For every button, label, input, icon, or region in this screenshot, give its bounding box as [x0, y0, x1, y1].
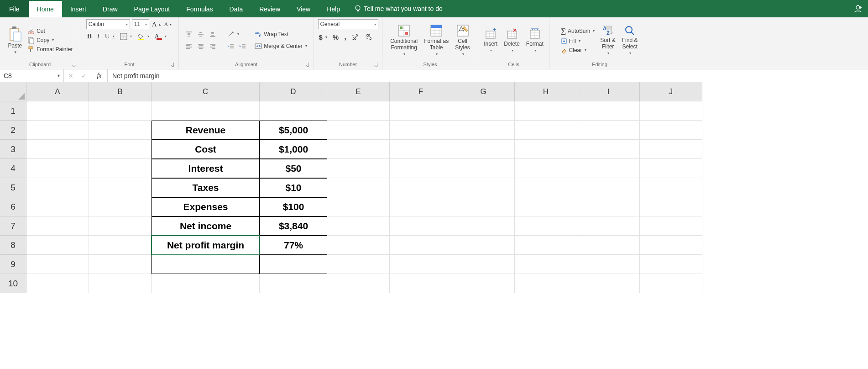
- decrease-decimal-button[interactable]: .00→.0: [365, 33, 375, 41]
- underline-button[interactable]: U▾: [104, 32, 115, 41]
- cell-A8[interactable]: [26, 236, 89, 255]
- col-header-D[interactable]: D: [260, 82, 327, 101]
- col-header-I[interactable]: I: [577, 82, 640, 101]
- cell-E9[interactable]: [327, 255, 390, 274]
- cell-G4[interactable]: [452, 159, 515, 178]
- cell-H2[interactable]: [515, 121, 577, 140]
- cell-D6[interactable]: $100: [260, 197, 327, 216]
- row-header-8[interactable]: 8: [0, 236, 26, 255]
- row-header-9[interactable]: 9: [0, 255, 26, 274]
- cell-I2[interactable]: [577, 121, 640, 140]
- cell-C3[interactable]: Cost: [152, 140, 260, 159]
- tab-help[interactable]: Help: [319, 0, 348, 17]
- number-format-select[interactable]: General ▾: [318, 19, 378, 29]
- col-header-B[interactable]: B: [89, 82, 152, 101]
- dialog-launcher-icon[interactable]: [373, 63, 377, 67]
- align-center-button[interactable]: [196, 42, 205, 50]
- row-header-2[interactable]: 2: [0, 121, 26, 140]
- row-header-1[interactable]: 1: [0, 101, 26, 121]
- tab-insert[interactable]: Insert: [62, 0, 94, 17]
- row-header-6[interactable]: 6: [0, 197, 26, 216]
- cell-G3[interactable]: [452, 140, 515, 159]
- cell-C9[interactable]: [152, 255, 260, 274]
- cell-C1[interactable]: [152, 101, 260, 121]
- cell-A9[interactable]: [26, 255, 89, 274]
- cell-G7[interactable]: [452, 216, 515, 236]
- delete-cells-button[interactable]: Delete▾: [502, 27, 522, 53]
- cell-A4[interactable]: [26, 159, 89, 178]
- align-middle-button[interactable]: [196, 30, 205, 38]
- cell-E5[interactable]: [327, 178, 390, 197]
- col-header-H[interactable]: H: [515, 82, 577, 101]
- cell-D10[interactable]: [260, 274, 327, 293]
- dialog-launcher-icon[interactable]: [169, 63, 174, 67]
- cell-H3[interactable]: [515, 140, 577, 159]
- cell-I6[interactable]: [577, 197, 640, 216]
- cell-C8[interactable]: Net profit margin: [152, 236, 260, 255]
- row-header-5[interactable]: 5: [0, 178, 26, 197]
- merge-center-button[interactable]: Merge & Center ▾: [254, 42, 308, 50]
- cell-J4[interactable]: [640, 159, 702, 178]
- cell-J2[interactable]: [640, 121, 702, 140]
- cell-J1[interactable]: [640, 101, 702, 121]
- cell-J10[interactable]: [640, 274, 702, 293]
- cell-F10[interactable]: [390, 274, 452, 293]
- cell-J6[interactable]: [640, 197, 702, 216]
- name-box[interactable]: C8 ▼: [0, 69, 64, 82]
- cell-C5[interactable]: Taxes: [152, 178, 260, 197]
- cell-E4[interactable]: [327, 159, 390, 178]
- cell-B4[interactable]: [89, 159, 152, 178]
- cell-I4[interactable]: [577, 159, 640, 178]
- cell-G5[interactable]: [452, 178, 515, 197]
- font-size-select[interactable]: 11 ▾: [132, 19, 149, 29]
- cell-F8[interactable]: [390, 236, 452, 255]
- font-name-select[interactable]: Calibri ▾: [86, 19, 130, 29]
- cell-I3[interactable]: [577, 140, 640, 159]
- align-left-button[interactable]: [184, 42, 193, 50]
- cell-D1[interactable]: [260, 101, 327, 121]
- cell-D7[interactable]: $3,840: [260, 216, 327, 236]
- cell-J5[interactable]: [640, 178, 702, 197]
- enter-formula-icon[interactable]: ✓: [81, 72, 87, 79]
- col-header-J[interactable]: J: [640, 82, 702, 101]
- cell-E10[interactable]: [327, 274, 390, 293]
- cell-B8[interactable]: [89, 236, 152, 255]
- cell-H8[interactable]: [515, 236, 577, 255]
- conditional-formatting-button[interactable]: Conditional Formatting▾: [388, 24, 419, 56]
- cell-F6[interactable]: [390, 197, 452, 216]
- format-painter-button[interactable]: Format Painter: [26, 45, 73, 53]
- orientation-button[interactable]: ▾: [226, 30, 240, 38]
- cell-A3[interactable]: [26, 140, 89, 159]
- cell-J3[interactable]: [640, 140, 702, 159]
- cell-G1[interactable]: [452, 101, 515, 121]
- cell-D9[interactable]: [260, 255, 327, 274]
- cell-H6[interactable]: [515, 197, 577, 216]
- cell-G6[interactable]: [452, 197, 515, 216]
- cell-C10[interactable]: [152, 274, 260, 293]
- row-header-3[interactable]: 3: [0, 140, 26, 159]
- col-header-G[interactable]: G: [452, 82, 515, 101]
- fill-color-button[interactable]: ▾: [136, 32, 150, 41]
- tab-file[interactable]: File: [0, 0, 29, 17]
- cell-F4[interactable]: [390, 159, 452, 178]
- col-header-E[interactable]: E: [327, 82, 390, 101]
- tab-review[interactable]: Review: [251, 0, 288, 17]
- cell-D3[interactable]: $1,000: [260, 140, 327, 159]
- cell-B7[interactable]: [89, 216, 152, 236]
- cell-A6[interactable]: [26, 197, 89, 216]
- cell-I10[interactable]: [577, 274, 640, 293]
- cut-button[interactable]: Cut: [26, 27, 73, 35]
- cell-A7[interactable]: [26, 216, 89, 236]
- row-header-4[interactable]: 4: [0, 159, 26, 178]
- align-top-button[interactable]: [184, 30, 193, 38]
- cell-B3[interactable]: [89, 140, 152, 159]
- cell-F1[interactable]: [390, 101, 452, 121]
- wrap-text-button[interactable]: ab Wrap Text: [254, 30, 308, 38]
- cell-J8[interactable]: [640, 236, 702, 255]
- tab-data[interactable]: Data: [221, 0, 251, 17]
- col-header-A[interactable]: A: [26, 82, 89, 101]
- cell-E3[interactable]: [327, 140, 390, 159]
- bold-button[interactable]: B: [86, 32, 93, 41]
- cell-G10[interactable]: [452, 274, 515, 293]
- insert-cells-button[interactable]: Insert▾: [482, 27, 499, 53]
